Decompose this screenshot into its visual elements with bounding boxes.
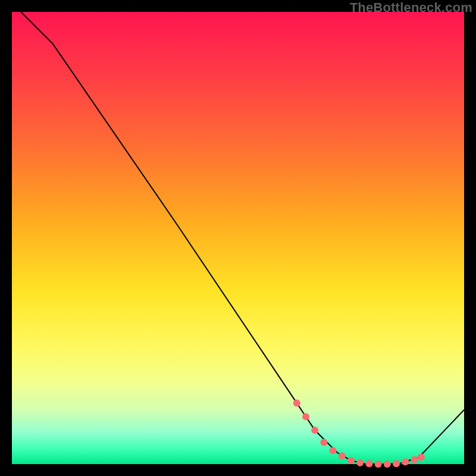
curve-marker [365,460,372,467]
curve-marker [293,399,300,406]
chart-plot-area [12,12,464,464]
bottleneck-curve [12,12,464,464]
curve-marker [302,413,309,420]
curve-marker [418,454,425,461]
curve-marker [402,458,409,465]
curve-marker [356,459,364,466]
chart-container: TheBottleneck.com [0,0,476,476]
curve-marker [347,457,355,464]
curve-marker [330,447,337,454]
curve-markers [293,399,425,468]
curve-line [21,12,464,464]
curve-marker [311,427,318,434]
curve-marker [384,461,391,468]
curve-marker [393,460,400,467]
curve-marker [339,452,346,459]
curve-marker [375,461,382,468]
curve-path [21,12,464,464]
curve-marker [320,439,327,446]
curve-marker [411,456,418,463]
